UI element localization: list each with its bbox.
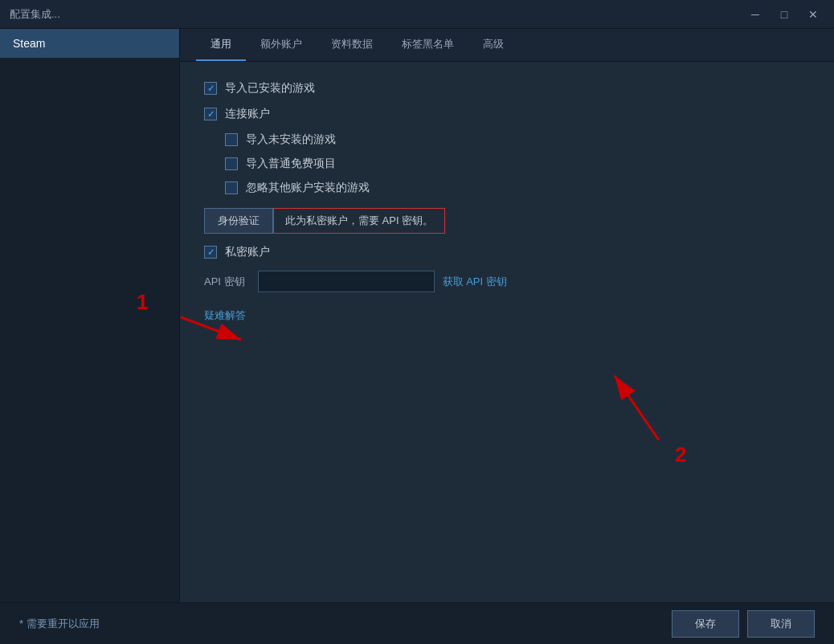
import-installed-text: 导入已安装的游戏 [225,81,315,96]
sidebar: Steam [0,29,180,602]
import-not-installed-label[interactable]: 导入未安装的游戏 [225,132,336,147]
import-not-installed-text: 导入未安装的游戏 [246,132,336,147]
api-key-label: API 密钥 [204,275,245,289]
private-account-label[interactable]: 私密账户 [204,245,270,259]
content-body: 导入已安装的游戏 连接账户 导入未安装的游戏 [180,62,834,602]
import-installed-checkbox[interactable] [204,82,217,95]
sidebar-item-steam[interactable]: Steam [0,29,179,58]
sidebar-item-label: Steam [13,37,45,50]
ignore-other-accounts-label[interactable]: 忽略其他账户安装的游戏 [225,181,370,195]
title-bar: 配置集成... ─ □ ✕ [0,0,834,29]
private-account-text: 私密账户 [225,245,270,259]
title-bar-text: 配置集成... [10,7,744,22]
ignore-other-accounts-text: 忽略其他账户安装的游戏 [246,181,370,195]
get-api-key-link[interactable]: 获取 API 密钥 [443,275,507,289]
import-not-installed-checkbox[interactable] [225,133,238,146]
help-link[interactable]: 疑难解答 [204,309,246,321]
tab-profile-data[interactable]: 资料数据 [317,29,387,61]
import-free-label[interactable]: 导入普通免费项目 [225,157,336,171]
sub-options: 导入未安装的游戏 导入普通免费项目 忽略其他账户安装的游戏 [225,132,810,195]
content-panel: 通用 额外账户 资料数据 标签黑名单 高级 [180,29,834,602]
import-free-checkbox[interactable] [225,157,238,170]
tab-tag-blacklist[interactable]: 标签黑名单 [387,29,468,61]
cancel-button[interactable]: 取消 [747,610,815,638]
connect-account-text: 连接账户 [225,107,270,121]
tab-general[interactable]: 通用 [196,29,246,61]
save-button[interactable]: 保存 [672,610,739,638]
import-free-row: 导入普通免费项目 [225,157,810,171]
connect-account-checkbox[interactable] [204,108,217,120]
title-bar-controls: ─ □ ✕ [744,5,824,24]
tabs-bar: 通用 额外账户 资料数据 标签黑名单 高级 [180,29,834,62]
private-account-checkbox[interactable] [204,246,217,259]
connect-account-row: 连接账户 [204,107,810,121]
import-free-text: 导入普通免费项目 [246,157,336,171]
ignore-other-accounts-row: 忽略其他账户安装的游戏 [225,181,810,195]
footer: * 需要重开以应用 保存 取消 [0,602,834,644]
connect-account-label[interactable]: 连接账户 [204,107,270,121]
api-key-row: API 密钥 获取 API 密钥 [204,271,810,292]
footer-buttons: 保存 取消 [672,610,815,638]
auth-row: 身份验证 此为私密账户，需要 API 密钥。 [204,208,810,234]
import-installed-label[interactable]: 导入已安装的游戏 [204,81,315,96]
auth-button[interactable]: 身份验证 [204,208,273,234]
main-area: Steam 通用 额外账户 资料数据 标签黑名单 高级 [0,29,834,602]
api-key-input[interactable] [258,271,435,292]
ignore-other-accounts-checkbox[interactable] [225,181,238,194]
tab-advanced[interactable]: 高级 [468,29,518,61]
footer-note: * 需要重开以应用 [19,617,672,631]
close-button[interactable]: ✕ [802,5,824,24]
tab-extra-accounts[interactable]: 额外账户 [246,29,317,61]
import-not-installed-row: 导入未安装的游戏 [225,132,810,147]
help-row: 疑难解答 [204,308,810,323]
maximize-button[interactable]: □ [773,5,795,24]
auth-message: 此为私密账户，需要 API 密钥。 [273,208,445,234]
minimize-button[interactable]: ─ [744,5,767,24]
private-account-row: 私密账户 [204,245,810,259]
import-installed-row: 导入已安装的游戏 [204,81,810,96]
